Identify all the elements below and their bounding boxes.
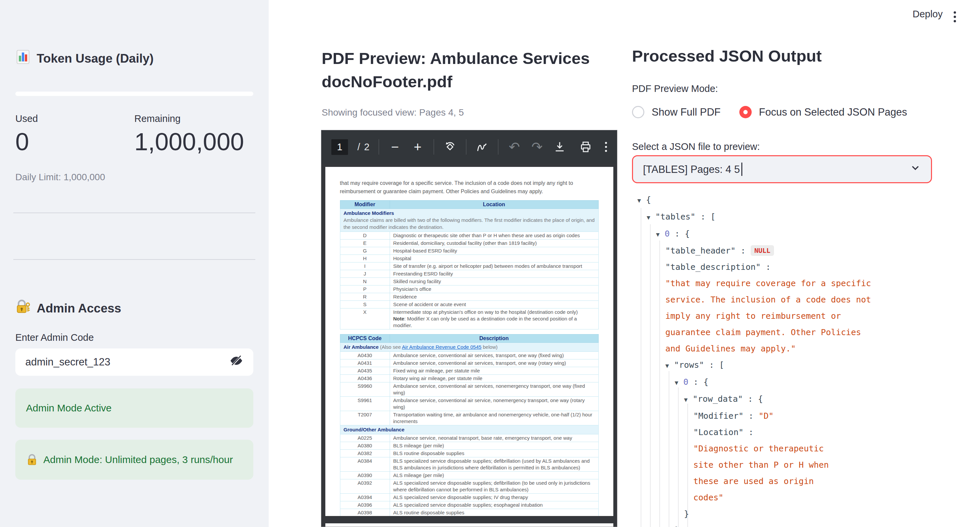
json-token: : [: [695, 212, 715, 222]
metric-remaining-label: Remaining: [134, 113, 253, 124]
modifier-table: Modifier Location Ambulance Modifiers Am…: [340, 200, 599, 329]
zoom-out-button[interactable]: −: [388, 140, 402, 154]
table-row: XIntermediate stop at physician's office…: [340, 308, 598, 329]
hcpcs-table: HCPCS Code Description Air Ambulance (Al…: [340, 334, 599, 516]
app-menu-kebab-icon[interactable]: [948, 10, 961, 23]
modifier-code-cell: P: [340, 286, 390, 293]
radio-focus-selected-pages[interactable]: Focus on Selected JSON Pages: [739, 106, 907, 118]
modifier-desc-cell: Site of transfer (e.g. airport or helico…: [390, 262, 598, 270]
json-token: }: [675, 525, 680, 527]
modifier-desc-cell: Hospital: [390, 255, 598, 262]
table-row: A0225Ambulance service, neonatal transpo…: [340, 434, 598, 442]
collapse-toggle-icon[interactable]: ▼: [675, 375, 683, 391]
bar-chart-icon: [15, 49, 31, 68]
rotate-icon[interactable]: [443, 141, 457, 153]
annotate-pen-icon[interactable]: [475, 141, 488, 153]
text-cursor: [741, 163, 742, 176]
undo-icon[interactable]: ↶: [508, 140, 521, 154]
json-token: "table_description": [665, 262, 760, 272]
lock-icon: [26, 454, 38, 466]
hcpcs-desc-cell: ALS routine disposable supplies: [390, 509, 598, 516]
modifier-code-cell: E: [340, 240, 390, 247]
modifier-code-cell: I: [340, 262, 390, 270]
collapse-toggle-icon[interactable]: ▼: [665, 357, 674, 374]
json-string-value: "that may require coverage for a specifi…: [665, 278, 871, 288]
chevron-down-icon[interactable]: [910, 162, 921, 176]
radio-show-full-pdf[interactable]: Show Full PDF: [632, 106, 721, 118]
pdf-preview-title: PDF Preview: Ambulance Services docNoFoo…: [322, 47, 615, 93]
json-token: :: [760, 262, 771, 272]
table-row: NSkilled nursing facility: [340, 278, 598, 286]
hcpcs-desc-cell: Ambulance service, neonatal transport, b…: [390, 434, 598, 442]
radio-circle-selected[interactable]: [739, 106, 752, 118]
table-row: A0392ALS specialized service disposable …: [340, 479, 598, 494]
modifier-code-cell: X: [340, 308, 390, 329]
table-row: GHospital-based ESRD facility: [340, 247, 598, 255]
json-file-select[interactable]: [TABLES] Pages: 4 5: [632, 155, 932, 183]
json-line: site other than P or H when: [632, 457, 965, 473]
admin-code-input[interactable]: admin_secret_123: [15, 348, 253, 376]
table-row: A0384BLS specialized service disposable …: [340, 457, 598, 472]
table-row: RResidence: [340, 293, 598, 301]
table-row: A0390ALS mileage (per mile): [340, 472, 598, 479]
pdf-page-number-input[interactable]: 1: [331, 139, 348, 155]
collapse-toggle-icon[interactable]: ▼: [684, 391, 693, 408]
table-row: S9960Ambulance service, conventional air…: [340, 383, 598, 397]
json-line: "that may require coverage for a specifi…: [632, 275, 965, 292]
json-token: "Location": [693, 427, 744, 437]
collapse-toggle-icon[interactable]: ▼: [637, 192, 646, 208]
json-token: "Modifier": [693, 411, 744, 421]
table-section-row: Ambulance Modifiers Ambulance claims are…: [340, 209, 598, 232]
redo-icon[interactable]: ↷: [530, 140, 544, 154]
hcpcs-code-cell: A0431: [340, 359, 390, 367]
json-line: service. The inclusion of a code does no…: [632, 292, 965, 308]
modifier-desc-cell: Diagnostic or therapeutic site other tha…: [390, 232, 598, 240]
json-token: "table_header": [665, 246, 736, 256]
hcpcs-code-cell: A0225: [340, 434, 390, 442]
json-string-value: site other than P or H when: [693, 460, 829, 470]
modifier-code-cell: D: [340, 232, 390, 240]
json-string-value: "D": [759, 411, 774, 421]
zoom-in-button[interactable]: +: [411, 140, 424, 154]
toolbar-divider: [466, 139, 466, 155]
table-row: A0436Rotary wing air mileage, per statut…: [340, 375, 598, 383]
modifier-code-cell: G: [340, 247, 390, 255]
table-row: HHospital: [340, 255, 598, 262]
json-line: ▼0 : {: [632, 225, 965, 243]
pdf-preview-mode-radio-group: Show Full PDF Focus on Selected JSON Pag…: [632, 106, 907, 118]
pdf-menu-kebab-icon[interactable]: [605, 142, 607, 152]
table-row: JFreestanding ESRD facility: [340, 270, 598, 278]
json-line: imply any right to reimbursement or: [632, 308, 965, 324]
collapse-toggle-icon[interactable]: ▼: [647, 209, 655, 225]
json-line: codes": [632, 489, 965, 506]
hcpcs-code-cell: T2007: [340, 411, 390, 425]
hcpcs-code-cell: A0384: [340, 457, 390, 472]
collapse-toggle-icon[interactable]: ▼: [656, 226, 665, 243]
json-string-value: and Guidelines may apply.": [665, 344, 795, 354]
modifier-desc-cell: Skilled nursing facility: [390, 278, 598, 286]
json-line: "table_description" :: [632, 259, 965, 275]
table-row: EResidential, domiciliary, custodial fac…: [340, 240, 598, 247]
json-array-index: 0: [683, 377, 688, 387]
hcpcs-code-cell: A0396: [340, 502, 390, 509]
admin-mode-active-text: Admin Mode Active: [26, 402, 112, 414]
print-icon[interactable]: [579, 141, 592, 153]
hcpcs-code-cell: A0430: [340, 352, 390, 359]
metric-used-label: Used: [15, 113, 134, 124]
admin-mode-limits-alert: Admin Mode: Unlimited pages, 3 runs/hour: [15, 440, 253, 480]
revenue-code-link[interactable]: Air Ambulance Revenue Code 0545: [402, 344, 482, 350]
eye-off-icon[interactable]: [229, 354, 243, 370]
pdf-toolbar: 1 /2 − + ↶ ↷: [321, 130, 617, 163]
table-row: A0431Ambulance service, conventional air…: [340, 359, 598, 367]
table-section-row: Air Ambulance (Also see Air Ambulance Re…: [340, 343, 598, 352]
json-file-select-value: [TABLES] Pages: 4 5: [643, 163, 742, 176]
hcpcs-code-cell: S9960: [340, 383, 390, 397]
deploy-button[interactable]: Deploy: [913, 9, 943, 20]
radio-label: Show Full PDF: [652, 106, 721, 118]
sidebar-divider: [13, 259, 255, 260]
json-line: ▼0 : {: [632, 374, 965, 391]
radio-circle-unselected[interactable]: [632, 106, 644, 118]
json-token: : {: [743, 394, 763, 404]
hcpcs-desc-cell: BLS mileage (per mile): [390, 442, 598, 450]
download-icon[interactable]: [553, 141, 566, 153]
